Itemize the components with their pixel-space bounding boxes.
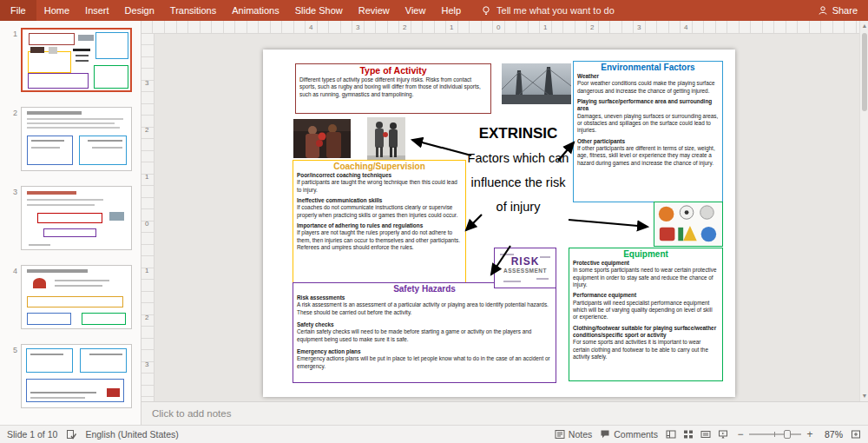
environmental-factors-box[interactable]: Environmental Factors Weather Poor weath… (573, 61, 723, 202)
mini-shape (500, 254, 514, 255)
scroll-up-arrow[interactable]: ▲ (860, 21, 868, 31)
ribbon-tab-bar: File Home Insert Design Transitions Anim… (0, 0, 868, 21)
notes-pane[interactable]: Click to add notes (141, 401, 868, 425)
mini-shape (28, 51, 71, 73)
equipment-image[interactable] (654, 202, 723, 247)
thumbnail-row-1[interactable]: 1 (5, 28, 135, 92)
tab-review[interactable]: Review (351, 0, 398, 21)
mini-shape (80, 348, 127, 372)
mini-shape (88, 140, 122, 142)
thumbnail-row-3[interactable]: 3 (5, 186, 135, 250)
mini-shape (27, 313, 70, 325)
thumbnail-preview-5[interactable] (21, 344, 132, 408)
ruler-number: 2 (590, 23, 594, 31)
ruler-number: 4 (684, 23, 687, 31)
editor-scrollbar[interactable]: ▲ ▼ (859, 21, 868, 401)
zoom-out-button[interactable]: − (736, 428, 745, 440)
tab-view[interactable]: View (398, 0, 434, 21)
equipment-box[interactable]: Equipment Protective equipment In some s… (569, 248, 723, 381)
risk-assessment-image[interactable]: RISK ASSESSMENT (494, 248, 556, 288)
assessment-word: ASSESSMENT (495, 268, 556, 274)
weather-image[interactable] (502, 63, 571, 104)
ruler-number: 2 (145, 314, 148, 321)
thumbnail-preview-1[interactable] (21, 28, 132, 92)
scrollbar-thumb[interactable] (862, 33, 867, 111)
tab-animations[interactable]: Animations (224, 0, 286, 21)
zoom-in-button[interactable]: + (806, 428, 814, 440)
mini-shape (82, 313, 125, 325)
coaching-item: Importance of adhering to rules and regu… (297, 222, 462, 251)
thumbnail-row-2[interactable]: 2 (5, 107, 135, 171)
ruler-number: 1 (543, 23, 547, 31)
boxing-image[interactable] (293, 119, 351, 158)
scroll-down-arrow[interactable]: ▼ (860, 391, 868, 401)
tab-slide-show[interactable]: Slide Show (287, 0, 351, 21)
zoom-percentage[interactable]: 87% (822, 429, 843, 440)
equipment-item: Clothing/footwear suitable for playing s… (573, 325, 719, 361)
ruler-number: 1 (145, 173, 148, 181)
tab-design[interactable]: Design (117, 0, 162, 21)
zoom-control: − + (736, 428, 814, 440)
thumbnail-preview-4[interactable] (21, 265, 132, 329)
share-label: Share (832, 5, 858, 16)
mini-shape (29, 33, 74, 45)
item-text: Damages, uneven playing surfaces or surr… (577, 113, 719, 135)
notes-toggle-button[interactable]: Notes (555, 429, 592, 440)
tab-transitions[interactable]: Transitions (162, 0, 224, 21)
tab-home[interactable]: Home (36, 0, 77, 21)
mini-shape (89, 354, 122, 355)
tell-me-box[interactable]: Tell me what you want to do (481, 0, 615, 21)
item-heading: Ineffective communication skills (297, 197, 462, 204)
mini-shape (43, 228, 95, 237)
ruler-number: 3 (145, 79, 148, 87)
slide-canvas[interactable]: Type of Activity Different types of acti… (263, 50, 735, 397)
thumbnail-row-4[interactable]: 4 (5, 265, 135, 329)
slideshow-view-icon[interactable] (718, 429, 728, 440)
zoom-slider[interactable] (749, 433, 801, 435)
mini-shape (33, 278, 46, 288)
fit-to-window-icon[interactable] (851, 429, 861, 440)
comments-button[interactable]: Comments (600, 429, 658, 440)
slide-sorter-icon[interactable] (683, 429, 694, 440)
thumbnail-number: 5 (5, 344, 17, 408)
safety-hazards-box[interactable]: Safety Hazards Risk assessments A risk a… (293, 282, 556, 383)
reading-view-icon[interactable] (700, 429, 711, 440)
mini-shape (27, 296, 123, 307)
coaching-supervision-title: Coaching/Supervision (293, 161, 465, 171)
ruler-number: 0 (145, 220, 148, 228)
tab-insert[interactable]: Insert (77, 0, 117, 21)
proofing-icon[interactable] (66, 429, 76, 440)
coaching-supervision-box[interactable]: Coaching/Supervision Poor/incorrect coac… (293, 160, 466, 288)
item-text: If other participants are different in t… (577, 145, 719, 167)
tab-help[interactable]: Help (433, 0, 469, 21)
mini-shape (76, 55, 89, 56)
item-heading: Emergency action plans (297, 348, 552, 355)
tell-me-label: Tell me what you want to do (496, 5, 615, 16)
mini-shape (78, 35, 93, 41)
mini-shape (27, 269, 87, 273)
sports-gear-graphic (654, 202, 722, 246)
safety-item: Emergency action plans Emergency actions… (297, 348, 552, 370)
tab-file[interactable]: File (0, 0, 36, 21)
ruler-number: 4 (309, 23, 312, 31)
item-heading: Weather (577, 73, 719, 80)
item-heading: Other participants (577, 138, 719, 145)
mini-shape (73, 49, 90, 51)
mini-shape (26, 348, 73, 372)
mini-shape (540, 256, 550, 258)
thumbnail-preview-2[interactable] (21, 107, 132, 171)
notes-placeholder: Click to add notes (152, 408, 231, 419)
zoom-slider-handle[interactable] (784, 430, 791, 439)
thumbnail-row-5[interactable]: 5 (5, 344, 135, 408)
mini-shape (27, 118, 123, 120)
share-button[interactable]: Share (807, 0, 868, 21)
mini-shape (31, 147, 60, 149)
slide-center-title[interactable]: EXTRINSIC Factors which can influence th… (464, 122, 572, 219)
training-image[interactable] (367, 117, 405, 163)
language-indicator[interactable]: English (United States) (85, 429, 178, 440)
thumbnail-preview-3[interactable] (21, 186, 132, 250)
item-text: For some sports and activities it is imp… (573, 339, 719, 360)
type-of-activity-box[interactable]: Type of Activity Different types of acti… (295, 63, 491, 114)
normal-view-icon[interactable] (666, 429, 676, 440)
item-text: If coaches do not communicate instructio… (297, 204, 462, 219)
